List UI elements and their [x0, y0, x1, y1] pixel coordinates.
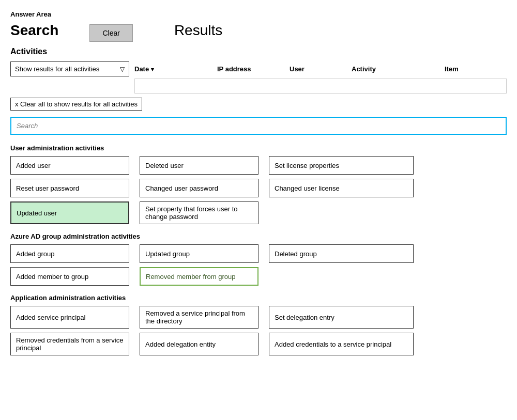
activities-label: Activities	[10, 47, 507, 56]
activity-item[interactable]: Removed a service principal from the dir…	[140, 306, 258, 329]
activity-item	[269, 267, 414, 286]
activity-item[interactable]: Added member to group	[10, 267, 129, 286]
section-label-1: Azure AD group administration activities	[10, 232, 507, 240]
activity-item[interactable]: Changed user license	[269, 179, 414, 197]
activity-grid-1: Added groupUpdated groupDeleted groupAdd…	[10, 244, 507, 286]
activity-grid-2: Added service principalRemoved a service…	[10, 306, 507, 355]
col-user: User	[290, 63, 352, 75]
activity-item[interactable]: Deleted group	[269, 244, 414, 263]
activity-item[interactable]: Removed credentials from a service princ…	[10, 333, 129, 355]
activity-item[interactable]: Added credentials to a service principal	[269, 333, 414, 355]
col-date: Date ▾	[134, 63, 217, 75]
search-input[interactable]	[10, 117, 507, 135]
results-filter-input[interactable]	[134, 79, 507, 94]
answer-area-label: Answer Area	[10, 10, 507, 18]
activity-item[interactable]: Reset user password	[10, 179, 129, 197]
activity-item[interactable]: Added delegation entity	[140, 333, 258, 355]
clear-all-banner[interactable]: x Clear all to show results for all acti…	[10, 98, 142, 111]
activity-item[interactable]: Updated group	[140, 244, 258, 263]
activity-item	[269, 201, 414, 224]
activity-grid-0: Added userDeleted userSet license proper…	[10, 156, 507, 224]
activity-item[interactable]: Deleted user	[140, 156, 258, 175]
section-label-2: Application administration activities	[10, 294, 507, 302]
sort-icon: ▾	[151, 66, 154, 72]
results-title: Results	[174, 22, 222, 39]
activity-item[interactable]: Set property that forces user to change …	[140, 201, 258, 224]
activity-item[interactable]: Updated user	[10, 201, 129, 224]
activity-item[interactable]: Added group	[10, 244, 129, 263]
activity-item[interactable]: Changed user password	[140, 179, 258, 197]
activity-item[interactable]: Added service principal	[10, 306, 129, 329]
chevron-down-icon: ▽	[120, 66, 125, 73]
activity-item[interactable]: Set license properties	[269, 156, 414, 175]
col-activity: Activity	[352, 63, 445, 75]
search-title: Search	[10, 22, 58, 39]
section-label-0: User administration activities	[10, 144, 507, 152]
col-item: Item	[445, 63, 496, 75]
activity-item[interactable]: Added user	[10, 156, 129, 175]
activity-dropdown[interactable]: Show results for all activities ▽	[10, 61, 129, 76]
dropdown-label: Show results for all activities	[15, 65, 99, 73]
clear-button[interactable]: Clear	[89, 24, 132, 42]
col-ip: IP address	[217, 63, 290, 75]
activity-item[interactable]: Removed member from group	[140, 267, 258, 286]
activity-item[interactable]: Set delegation entry	[269, 306, 414, 329]
